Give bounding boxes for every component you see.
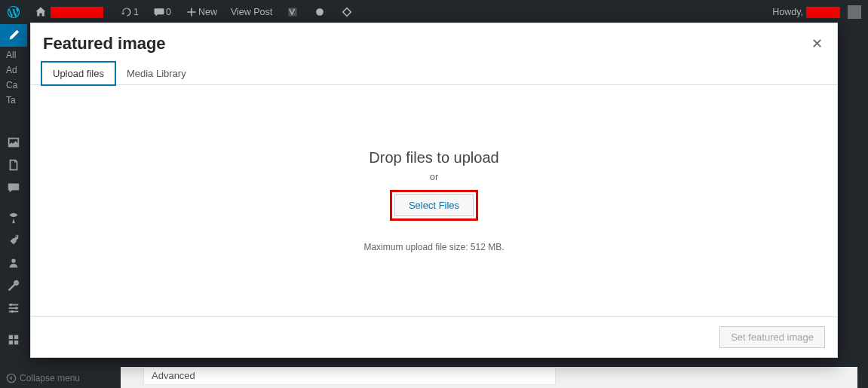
updates-link[interactable]: 1 — [113, 0, 146, 24]
diamond-icon — [340, 5, 354, 19]
avatar — [848, 5, 861, 19]
view-post-label: View Post — [231, 7, 272, 17]
svg-point-5 — [15, 307, 18, 310]
max-upload-text: Maximum upload file size: 512 MB. — [363, 242, 504, 252]
modal-header: Featured image ✕ — [31, 23, 837, 61]
sidebar-media[interactable] — [0, 131, 27, 154]
sidebar-comments[interactable] — [0, 176, 27, 199]
media-modal: Featured image ✕ Upload files Media Libr… — [30, 23, 838, 358]
yoast-icon — [286, 5, 299, 19]
yoast-link[interactable] — [279, 0, 306, 24]
wp-admin-bar: 1 0 New View Post Howdy, — [0, 0, 868, 24]
home-icon — [34, 5, 48, 19]
wp-logo[interactable] — [0, 0, 27, 24]
tab-media-library[interactable]: Media Library — [115, 62, 198, 85]
wordpress-icon — [7, 5, 20, 19]
refresh-icon — [120, 5, 133, 19]
site-home-link[interactable] — [27, 0, 113, 24]
view-post-link[interactable]: View Post — [224, 0, 279, 24]
tab-upload-label: Upload files — [53, 68, 104, 79]
collapse-menu[interactable]: Collapse menu — [6, 373, 80, 383]
modal-footer: Set featured image — [31, 316, 837, 357]
sidebar-posts[interactable] — [0, 24, 27, 47]
select-files-highlight: Select Files — [390, 190, 478, 221]
comments-link[interactable]: 0 — [146, 0, 178, 24]
modal-close-button[interactable]: ✕ — [805, 32, 828, 55]
sidebar-sub-tag[interactable]: Ta — [6, 95, 16, 105]
circle-icon — [313, 5, 327, 19]
tab-library-label: Media Library — [127, 68, 186, 79]
sidebar-appearance[interactable] — [0, 206, 27, 229]
svg-point-4 — [10, 304, 13, 307]
sidebar-extra[interactable] — [0, 328, 27, 351]
comment-icon — [152, 5, 166, 19]
toolbar-item-1[interactable] — [306, 0, 333, 24]
svg-rect-9 — [9, 341, 13, 344]
sidebar-users[interactable] — [0, 252, 27, 274]
sidebar-tools[interactable] — [0, 274, 27, 297]
svg-rect-8 — [14, 335, 18, 339]
sidebar-sub-add[interactable]: Ad — [6, 65, 17, 75]
tab-upload-files[interactable]: Upload files — [41, 62, 115, 85]
advanced-label: Advanced — [152, 370, 195, 381]
comments-count: 0 — [166, 7, 171, 17]
collapse-icon — [6, 373, 17, 383]
svg-point-6 — [11, 310, 14, 313]
svg-rect-10 — [14, 341, 18, 344]
svg-point-0 — [316, 8, 324, 16]
plus-icon — [185, 5, 198, 19]
new-label: New — [198, 7, 217, 17]
user-name-redacted — [806, 7, 840, 18]
howdy-account[interactable]: Howdy, — [765, 0, 868, 24]
new-content-link[interactable]: New — [178, 0, 224, 24]
updates-count: 1 — [133, 7, 139, 17]
howdy-label: Howdy, — [772, 7, 803, 17]
uploader-area[interactable]: Drop files to upload or Select Files Max… — [31, 85, 837, 316]
sidebar-sub-cat[interactable]: Ca — [6, 80, 17, 90]
modal-title: Featured image — [43, 34, 825, 53]
set-featured-image-button[interactable]: Set featured image — [719, 326, 825, 348]
collapse-label: Collapse menu — [20, 373, 80, 383]
sidebar-plugins[interactable] — [0, 229, 27, 252]
advanced-metabox[interactable]: Advanced — [143, 367, 556, 385]
toolbar-item-2[interactable] — [333, 0, 360, 24]
drop-instructions: Drop files to upload — [369, 149, 498, 167]
svg-rect-7 — [9, 335, 13, 339]
media-tabs: Upload files Media Library — [31, 61, 837, 85]
sidebar-pages[interactable] — [0, 154, 27, 176]
or-separator: or — [430, 171, 439, 182]
sidebar-sub-all[interactable]: All — [6, 50, 16, 60]
admin-sidebar: All Ad Ca Ta — [0, 24, 27, 388]
sidebar-settings[interactable] — [0, 297, 27, 319]
close-icon: ✕ — [811, 35, 823, 52]
select-files-button[interactable]: Select Files — [394, 194, 474, 216]
site-name-redacted — [51, 7, 103, 18]
